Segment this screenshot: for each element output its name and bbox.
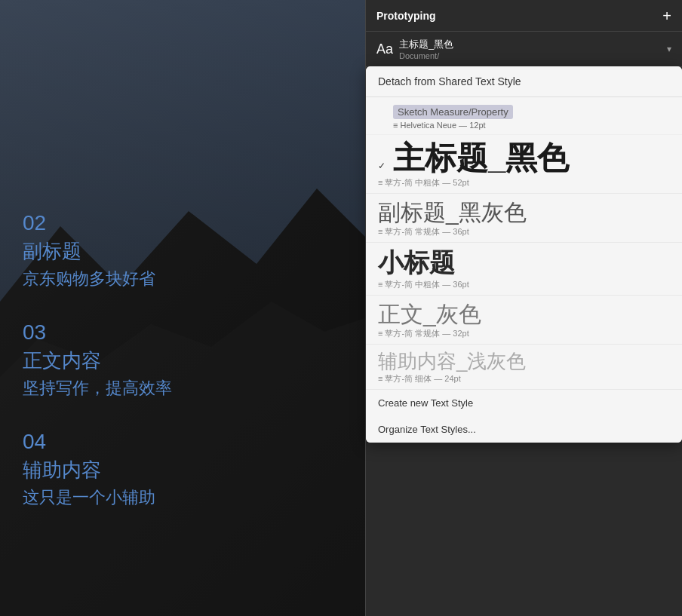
section-02-title: 副标题 — [23, 238, 370, 265]
style-name-block: 主标题_黑色 Document/ — [399, 38, 661, 60]
style-item-main-title[interactable]: ✓ 主标题_黑色 ≡ 苹方-简 中粗体 — 52pt — [366, 135, 682, 194]
section-03-number: 03 — [23, 320, 370, 345]
right-panel: Prototyping + Aa 主标题_黑色 Document/ ▾ Deta… — [365, 0, 682, 616]
create-new-text-style-action[interactable]: Create new Text Style — [366, 390, 682, 416]
panel-header: Prototyping + — [366, 0, 682, 32]
main-title-meta: ≡ 苹方-简 中粗体 — 52pt — [378, 177, 670, 188]
main-title-name: 主标题_黑色 — [393, 141, 569, 176]
section-04-subtitle: 这只是一个小辅助 — [23, 486, 370, 509]
style-item-sketch[interactable]: Sketch Measure/Property ≡ Helvetica Neue… — [366, 97, 682, 135]
panel-add-button[interactable]: + — [662, 8, 671, 23]
section-03: 03 正文内容 坚持写作，提高效率 — [23, 320, 370, 400]
section-04: 04 辅助内容 这只是一个小辅助 — [23, 430, 370, 509]
style-name-main: 主标题_黑色 — [399, 38, 661, 51]
section-02: 02 副标题 京东购物多块好省 — [23, 211, 370, 290]
sub-title-meta: ≡ 苹方-简 常规体 — 36pt — [378, 226, 670, 238]
panel-title: Prototyping — [376, 10, 436, 22]
body-name: 正文_灰色 — [378, 302, 670, 326]
sketch-item-top: Sketch Measure/Property — [378, 105, 670, 119]
style-selector-row[interactable]: Aa 主标题_黑色 Document/ ▾ — [366, 32, 682, 67]
style-item-small-title[interactable]: 小标题 ≡ 苹方-简 中粗体 — 36pt — [366, 243, 682, 295]
sketch-item-meta: ≡ Helvetica Neue — 12pt — [378, 121, 670, 130]
style-name-path: Document/ — [399, 51, 661, 60]
section-02-subtitle: 京东购物多块好省 — [23, 268, 370, 290]
section-04-number: 04 — [23, 430, 370, 454]
dropdown-menu: Detach from Shared Text Style Sketch Mea… — [366, 66, 682, 443]
style-item-aux[interactable]: 辅助内容_浅灰色 ≡ 苹方-简 细体 — 24pt — [366, 345, 682, 391]
section-03-subtitle: 坚持写作，提高效率 — [23, 377, 370, 400]
aux-meta: ≡ 苹方-简 细体 — 24pt — [378, 373, 670, 385]
style-aa-label: Aa — [376, 41, 393, 57]
style-item-body[interactable]: 正文_灰色 ≡ 苹方-简 常规体 — 32pt — [366, 296, 682, 345]
checkmark-main: ✓ — [378, 161, 389, 171]
body-meta: ≡ 苹方-简 常规体 — 32pt — [378, 328, 670, 339]
chevron-down-icon[interactable]: ▾ — [667, 44, 671, 54]
small-title-meta: ≡ 苹方-简 中粗体 — 36pt — [378, 279, 670, 290]
sketch-item-name: Sketch Measure/Property — [393, 105, 513, 119]
section-04-title: 辅助内容 — [23, 457, 370, 483]
small-title-name: 小标题 — [378, 249, 670, 277]
section-02-number: 02 — [23, 211, 370, 235]
aux-name: 辅助内容_浅灰色 — [378, 351, 670, 372]
detach-option[interactable]: Detach from Shared Text Style — [366, 66, 682, 97]
style-item-sub-title[interactable]: 副标题_黑灰色 ≡ 苹方-简 常规体 — 36pt — [366, 194, 682, 243]
sub-title-name: 副标题_黑灰色 — [378, 200, 670, 225]
left-content-area: 02 副标题 京东购物多块好省 03 正文内容 坚持写作，提高效率 04 辅助内… — [0, 0, 370, 616]
organize-text-styles-action[interactable]: Organize Text Styles... — [366, 416, 682, 443]
section-03-title: 正文内容 — [23, 348, 370, 374]
